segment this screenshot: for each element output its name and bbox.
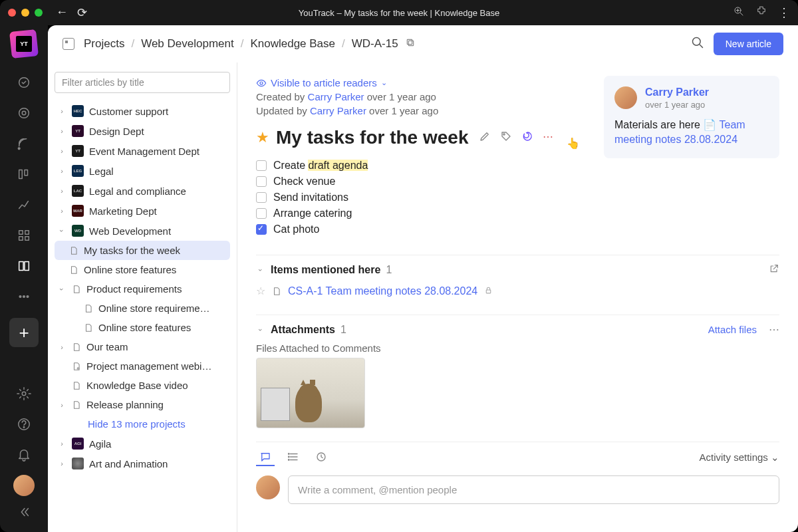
checklist-item[interactable]: Cat photo	[256, 221, 779, 237]
topbar: Projects / Web Development / Knowledge B…	[48, 25, 798, 63]
sidebar-item-legal-compliance[interactable]: ›LACLegal and compliance	[55, 181, 230, 201]
sidebar-article-store-feat[interactable]: Online store features	[55, 318, 230, 337]
checkbox-checked[interactable]	[256, 224, 267, 235]
copy-id-icon[interactable]	[405, 37, 416, 51]
help-icon[interactable]	[9, 410, 39, 439]
sidebar-article-my-tasks[interactable]: My tasks for the week	[55, 241, 230, 260]
history-time-tab-icon[interactable]	[312, 449, 331, 466]
settings-icon[interactable]	[9, 379, 39, 408]
sidebar-item-marketing[interactable]: ›MARMarketing Dept	[55, 201, 230, 221]
crumb-kb[interactable]: Knowledge Base	[250, 37, 335, 51]
sidebar-item-release[interactable]: ›Release planning	[55, 395, 230, 414]
crumb-id[interactable]: WD-A-15	[352, 37, 398, 51]
sidebar-item-kb-video[interactable]: ›Knowledge Base video	[55, 376, 230, 395]
nav-dashboards-icon[interactable]	[9, 98, 39, 128]
checklist-item[interactable]: Check venue	[256, 174, 779, 190]
sidebar-item-design[interactable]: ›YTDesign Dept	[55, 121, 230, 141]
sidebar-item-pmw[interactable]: ›Project management webi…	[55, 356, 230, 376]
sidebar-item-agila[interactable]: ›AGIAgila	[55, 434, 230, 454]
star-outline-icon[interactable]: ☆	[256, 285, 265, 297]
sidebar-item-web-development[interactable]: ›WDWeb Development	[55, 221, 230, 241]
nav-apps-icon[interactable]	[9, 221, 39, 250]
history-list-tab-icon[interactable]	[284, 449, 303, 466]
document-icon: 📄	[703, 119, 716, 130]
mention-link[interactable]: CS-A-1 Team meeting notes 28.08.2024	[288, 285, 477, 297]
sidebar-item-art[interactable]: ›Art and Animation	[55, 454, 230, 473]
overflow-menu-icon[interactable]: ⋮	[778, 5, 790, 20]
more-actions-icon[interactable]: ⋯	[543, 130, 553, 145]
document-icon	[72, 342, 81, 352]
sidebar-item-customer-support[interactable]: ›HECCustomer support	[55, 101, 230, 121]
comment-author-link[interactable]: Carry Parker	[645, 86, 709, 98]
sidebar-item-event[interactable]: ›YTEvent Management Dept	[55, 141, 230, 161]
checkbox[interactable]	[256, 160, 267, 171]
ai-icon[interactable]	[521, 130, 533, 145]
sidebar-item-product-req[interactable]: ›Product requirements	[55, 279, 230, 299]
new-article-button[interactable]: New article	[714, 33, 783, 55]
checklist-item[interactable]: Arrange catering	[256, 205, 779, 221]
attachment-thumbnail[interactable]	[256, 358, 365, 428]
hide-more-projects-link[interactable]: Hide 13 more projects	[55, 414, 230, 434]
document-icon	[72, 400, 81, 410]
attachments-sublabel: Files Attached to Comments	[256, 342, 779, 354]
sidebar-item-our-team[interactable]: ›Our team	[55, 337, 230, 356]
author-link[interactable]: Carry Parker	[308, 91, 364, 102]
reload-button[interactable]: ⟳	[77, 5, 87, 20]
svg-rect-21	[407, 39, 412, 44]
checklist-item[interactable]: Create draft agenda	[256, 158, 779, 174]
checkbox[interactable]	[256, 176, 267, 187]
collapse-rail-icon[interactable]	[9, 497, 39, 527]
nav-more-icon[interactable]	[9, 282, 39, 311]
checklist-item[interactable]: Send invitations	[256, 190, 779, 205]
tag-icon[interactable]	[500, 130, 512, 145]
attachments-section-header[interactable]: › Attachments 1 Attach files ⋯	[256, 323, 779, 336]
filter-articles-input[interactable]	[55, 72, 230, 93]
attach-files-link[interactable]: Attach files	[708, 324, 757, 335]
svg-point-6	[22, 111, 26, 115]
extensions-icon[interactable]	[755, 5, 767, 20]
project-badge: LEG	[72, 165, 84, 177]
comments-tab-icon[interactable]	[256, 449, 275, 466]
sidebar-article-store-req[interactable]: Online store requireme…	[55, 299, 230, 318]
sidebar-item-legal[interactable]: ›LEGLegal	[55, 161, 230, 181]
nav-reports-icon[interactable]	[9, 190, 39, 219]
star-icon[interactable]: ★	[256, 129, 269, 146]
nav-board-icon[interactable]	[9, 160, 39, 189]
attachments-more-icon[interactable]: ⋯	[769, 323, 779, 336]
nav-issues-icon[interactable]	[9, 68, 39, 97]
checklist: Create draft agenda Check venue Send inv…	[256, 158, 779, 237]
crumb-projects[interactable]: Projects	[84, 37, 124, 51]
sidebar-article-online-store[interactable]: Online store features	[55, 260, 230, 279]
project-badge: YT	[72, 145, 84, 157]
activity-settings-dropdown[interactable]: Activity settings ⌄	[699, 452, 779, 464]
maximize-window-button[interactable]	[35, 9, 43, 17]
edit-icon[interactable]	[479, 130, 491, 145]
close-window-button[interactable]	[8, 9, 16, 17]
comment-input[interactable]	[288, 475, 779, 504]
zoom-icon[interactable]	[733, 5, 745, 20]
notifications-icon[interactable]	[9, 440, 39, 469]
svg-point-36	[289, 460, 290, 461]
nav-agile-icon[interactable]	[9, 129, 39, 158]
svg-point-24	[77, 367, 78, 368]
open-external-icon[interactable]	[769, 263, 779, 277]
minimize-window-button[interactable]	[21, 9, 29, 17]
checkbox[interactable]	[256, 208, 267, 219]
svg-point-25	[260, 82, 263, 84]
document-icon	[72, 380, 81, 391]
mentions-section-header[interactable]: › Items mentioned here 1	[256, 263, 779, 277]
comment-author-avatar[interactable]	[614, 86, 637, 109]
crumb-project[interactable]: Web Development	[141, 37, 234, 51]
cursor-pointer-icon: 👆	[567, 137, 580, 152]
updater-link[interactable]: Carry Parker	[310, 105, 366, 116]
nav-knowledge-base-icon[interactable]	[9, 251, 39, 281]
document-icon	[272, 286, 281, 297]
search-icon[interactable]	[691, 36, 704, 52]
create-button[interactable]: +	[9, 318, 39, 347]
app-logo[interactable]: YT	[9, 29, 39, 59]
user-avatar[interactable]	[13, 475, 35, 496]
back-button[interactable]: ←	[56, 5, 68, 20]
checkbox[interactable]	[256, 192, 267, 203]
project-icon[interactable]	[63, 38, 74, 50]
project-badge: YT	[72, 125, 84, 137]
